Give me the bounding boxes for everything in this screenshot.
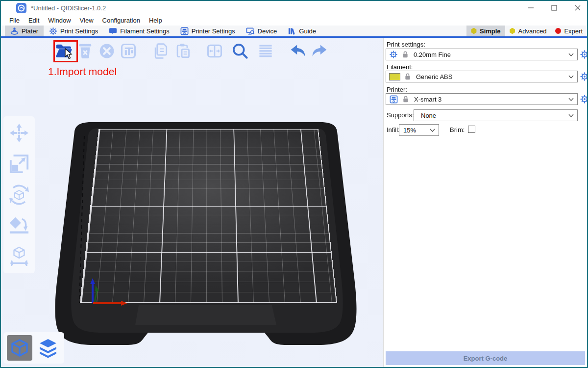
menu-view[interactable]: View — [75, 17, 98, 24]
menu-file[interactable]: File — [5, 17, 24, 24]
object-manipulation-toolbar — [3, 116, 35, 273]
chevron-down-icon — [568, 75, 574, 79]
measure-cube-icon — [9, 246, 29, 267]
move-button[interactable] — [8, 122, 30, 144]
split-window-icon — [206, 42, 223, 60]
layers-stack-icon — [38, 338, 58, 358]
infill-value: 15% — [403, 127, 416, 134]
magnifier-icon — [231, 42, 249, 60]
split-button[interactable] — [205, 41, 224, 61]
preview-view-button[interactable] — [35, 335, 61, 361]
minimize-button[interactable] — [526, 3, 535, 12]
menu-window[interactable]: Window — [44, 17, 75, 24]
device-icon — [246, 27, 255, 35]
tab-plater[interactable]: Plater — [5, 26, 44, 36]
app-logo-icon — [16, 3, 26, 13]
origin-axes-icon — [1, 38, 383, 367]
supports-label: Supports: — [387, 111, 414, 119]
tab-label: Guide — [299, 27, 316, 35]
place-on-face-button[interactable] — [8, 215, 30, 237]
tab-print-settings[interactable]: Print Settings — [44, 26, 103, 36]
viewport-3d[interactable]: 1.Import model — [1, 38, 383, 367]
lock-icon — [402, 95, 409, 103]
printer-combo[interactable]: X-smart 3 — [386, 93, 578, 105]
menu-bar: File Edit Window View Configuration Help — [1, 15, 587, 26]
3d-editor-view-button[interactable] — [7, 335, 32, 361]
advanced-mode-icon — [510, 28, 515, 34]
layer-lines-icon — [257, 42, 274, 60]
circle-x-icon — [98, 42, 116, 60]
mode-expert[interactable]: Expert — [551, 26, 587, 36]
plater-icon — [10, 27, 19, 35]
print-settings-combo[interactable]: 0.20mm Fine — [386, 49, 578, 60]
menu-edit[interactable]: Edit — [24, 17, 44, 24]
simple-mode-icon — [471, 28, 477, 34]
infill-combo[interactable]: 15% — [399, 124, 439, 136]
measure-button[interactable] — [8, 246, 30, 267]
brim-label: Brim: — [450, 126, 465, 133]
top-toolbar — [54, 41, 329, 61]
mode-label: Advanced — [518, 27, 547, 35]
search-button[interactable] — [230, 41, 250, 61]
title-bar: *Untitled - QIDISlicer-1.0.2 — [1, 1, 587, 15]
gear-icon — [49, 27, 57, 35]
mode-label: Simple — [480, 27, 501, 35]
supports-combo[interactable]: None — [414, 109, 578, 121]
scale-button[interactable] — [8, 153, 30, 175]
variable-layer-height-button[interactable] — [256, 41, 275, 61]
tab-label: Filament Settings — [120, 27, 169, 35]
tab-label: Printer Settings — [192, 27, 235, 35]
export-gcode-button[interactable]: Export G-code — [386, 351, 585, 365]
chevron-down-icon — [568, 53, 574, 56]
maximize-button[interactable] — [550, 3, 559, 12]
tab-guide[interactable]: Guide — [282, 26, 321, 36]
move-arrows-icon — [9, 123, 29, 143]
arrange-button[interactable] — [119, 41, 138, 61]
copy-button[interactable] — [151, 41, 171, 61]
rotate-button[interactable] — [8, 184, 30, 206]
menu-help[interactable]: Help — [145, 17, 167, 24]
settings-sidebar: Print settings: 0.20mm Fine Filament: Ge… — [383, 38, 587, 367]
mode-label: Expert — [564, 27, 583, 35]
print-settings-gear-button[interactable] — [580, 50, 588, 59]
chevron-down-icon — [568, 98, 574, 101]
infill-label: Infill: — [387, 126, 400, 133]
rotate-cube-icon — [8, 184, 30, 206]
undo-button[interactable] — [288, 41, 308, 61]
lock-icon — [402, 51, 409, 58]
cube-3d-icon — [10, 338, 29, 358]
paste-icon — [173, 42, 192, 60]
mode-advanced[interactable]: Advanced — [505, 26, 551, 36]
gear-icon — [389, 50, 398, 59]
place-on-face-icon — [9, 215, 29, 236]
tab-filament-settings[interactable]: Filament Settings — [103, 26, 174, 36]
copy-icon — [151, 42, 170, 60]
undo-arrow-icon — [288, 42, 308, 60]
delete-button[interactable] — [75, 41, 95, 61]
printer-icon — [180, 27, 189, 35]
print-settings-value: 0.20mm Fine — [414, 51, 451, 58]
tab-device[interactable]: Device — [241, 26, 283, 36]
paste-button[interactable] — [172, 41, 192, 61]
menu-configuration[interactable]: Configuration — [98, 17, 145, 24]
redo-button[interactable] — [310, 41, 329, 61]
tab-printer-settings[interactable]: Printer Settings — [175, 26, 241, 36]
tab-bar: Plater Print Settings Filament Settings … — [1, 26, 587, 38]
mode-simple[interactable]: Simple — [466, 26, 505, 36]
delete-all-button[interactable] — [97, 41, 117, 61]
filament-label: Filament: — [387, 63, 413, 71]
import-annotation: 1.Import model — [48, 66, 117, 78]
view-switcher — [3, 332, 64, 364]
filament-value: Generic ABS — [416, 73, 452, 80]
close-button[interactable] — [573, 3, 582, 12]
printer-gear-button[interactable] — [580, 94, 588, 104]
filament-gear-button[interactable] — [580, 72, 588, 81]
chevron-down-icon — [430, 129, 435, 132]
app-window: *Untitled - QIDISlicer-1.0.2 File Edit W… — [0, 0, 588, 368]
brim-checkbox[interactable] — [468, 126, 475, 133]
filament-icon — [109, 27, 117, 35]
chevron-down-icon — [568, 114, 574, 117]
redo-arrow-icon — [310, 42, 329, 60]
filament-combo[interactable]: Generic ABS — [386, 71, 578, 82]
tab-label: Plater — [22, 27, 38, 35]
